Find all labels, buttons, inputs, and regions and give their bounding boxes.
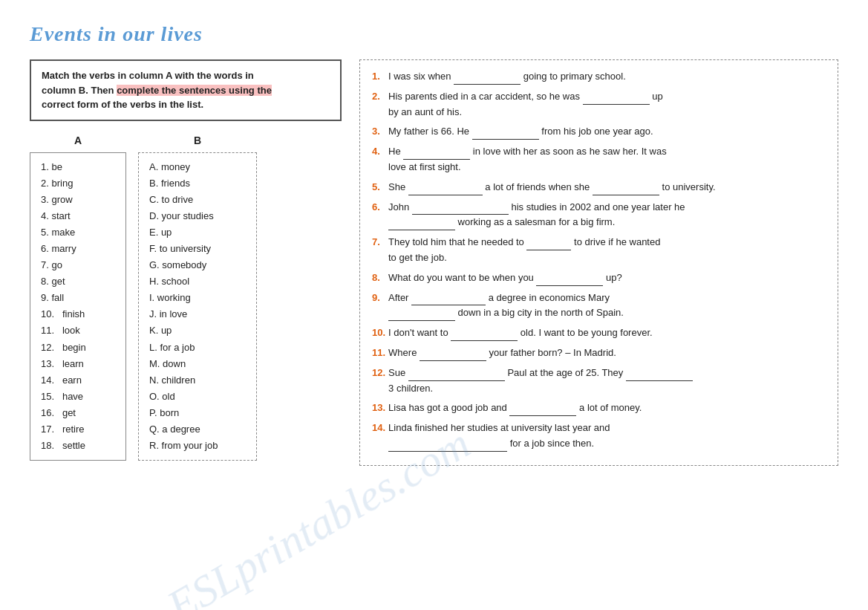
blank	[509, 406, 576, 416]
col-b-box: A. money B. friends C. to drive D. your …	[138, 152, 257, 461]
list-item: K. up	[149, 322, 246, 339]
sentence-num: 10.	[372, 325, 385, 341]
list-item: R. from your job	[149, 438, 246, 454]
column-b: B A. money B. friends C. to drive D. you…	[138, 134, 257, 461]
blank	[454, 74, 521, 85]
sentence-text: I was six when going to primary school.	[388, 69, 826, 85]
list-item: 1. be	[41, 159, 115, 175]
blank	[526, 240, 571, 250]
blank	[536, 276, 603, 286]
sentence-text: John his studies in 2002 and one year la…	[388, 200, 826, 231]
list-item: 16. get	[41, 405, 115, 421]
sentence-text: After a degree in economics Mary down in…	[388, 291, 826, 322]
list-item: 3. grow	[41, 192, 115, 208]
blank	[583, 94, 650, 105]
highlight-text: complete the sentences using the	[117, 85, 272, 96]
blank	[403, 149, 470, 160]
list-item: E. up	[149, 224, 246, 241]
sentence-num: 2.	[372, 89, 385, 105]
list-item: I. working	[149, 290, 246, 306]
blank	[472, 129, 539, 140]
blank	[411, 295, 486, 305]
sentence-11: 11. Where your father born? – In Madrid.	[372, 345, 826, 361]
blank	[626, 371, 693, 381]
main-layout: Match the verbs in column A with the wor…	[30, 59, 838, 466]
sentence-text: Lisa has got a good job and a lot of mon…	[388, 400, 826, 416]
sentence-text: My father is 66. He from his job one yea…	[388, 124, 826, 140]
sentence-text: He in love with her as soon as he saw he…	[388, 144, 826, 175]
list-item: L. for a job	[149, 340, 246, 356]
sentence-num: 12.	[372, 366, 385, 381]
sentence-num: 4.	[372, 144, 385, 160]
col-a-label: A	[30, 134, 126, 146]
list-item: C. to drive	[149, 192, 246, 208]
list-item: D. your studies	[149, 208, 246, 224]
sentence-text: What do you want to be when you up?	[388, 270, 826, 286]
right-panel: 1. I was six when going to primary schoo…	[359, 59, 838, 466]
list-item: 18. settle	[41, 438, 115, 454]
sentence-num: 9.	[372, 291, 385, 306]
sentence-14: 14. Linda finished her studies at univer…	[372, 421, 826, 452]
blank	[408, 371, 505, 381]
list-item: F. to university	[149, 241, 246, 257]
blank	[408, 185, 483, 195]
instruction-box: Match the verbs in column A with the wor…	[30, 59, 342, 121]
column-a: A 1. be 2. bring 3. grow 4. start 5. mak…	[30, 134, 126, 461]
sentence-num: 6.	[372, 200, 385, 215]
list-item: M. down	[149, 356, 246, 372]
list-item: J. in love	[149, 306, 246, 322]
sentence-8: 8. What do you want to be when you up?	[372, 270, 826, 286]
sentence-2: 2. His parents died in a car accident, s…	[372, 89, 826, 120]
sentence-num: 8.	[372, 270, 385, 286]
sentence-num: 11.	[372, 345, 385, 361]
blank	[412, 204, 509, 215]
blank	[388, 220, 455, 230]
list-item: 9. fall	[41, 290, 115, 306]
list-item: P. born	[149, 405, 246, 421]
sentence-1: 1. I was six when going to primary schoo…	[372, 69, 826, 85]
list-item: 11. look	[41, 322, 115, 339]
blank	[593, 185, 659, 195]
sentence-num: 5.	[372, 180, 385, 195]
sentence-text: I don't want to old. I want to be young …	[388, 325, 826, 341]
list-item: H. school	[149, 273, 246, 290]
list-item: 6. marry	[41, 241, 115, 257]
list-item: 14. earn	[41, 372, 115, 389]
list-item: 10. finish	[41, 306, 115, 322]
sentence-num: 1.	[372, 69, 385, 85]
columns-area: A 1. be 2. bring 3. grow 4. start 5. mak…	[30, 134, 342, 461]
blank	[388, 311, 455, 321]
page-title: Events in our lives	[30, 22, 838, 46]
list-item: Q. a degree	[149, 421, 246, 438]
sentence-4: 4. He in love with her as soon as he saw…	[372, 144, 826, 175]
sentence-3: 3. My father is 66. He from his job one …	[372, 124, 826, 140]
list-item: 12. begin	[41, 340, 115, 356]
list-item: 8. get	[41, 273, 115, 290]
sentence-num: 13.	[372, 400, 385, 416]
list-item: 7. go	[41, 257, 115, 273]
left-panel: Match the verbs in column A with the wor…	[30, 59, 342, 461]
sentence-num: 7.	[372, 235, 385, 250]
sentence-text: They told him that he needed to to drive…	[388, 235, 826, 266]
sentence-text: Sue Paul at the age of 25. They 3 childr…	[388, 366, 826, 397]
sentence-10: 10. I don't want to old. I want to be yo…	[372, 325, 826, 341]
blank	[451, 331, 518, 341]
blank	[388, 441, 507, 452]
sentence-text: She a lot of friends when she to univers…	[388, 180, 826, 195]
list-item: G. somebody	[149, 257, 246, 273]
list-item: B. friends	[149, 175, 246, 192]
list-item: 17. retire	[41, 421, 115, 438]
sentence-9: 9. After a degree in economics Mary down…	[372, 291, 826, 322]
sentence-text: His parents died in a car accident, so h…	[388, 89, 826, 120]
list-item: O. old	[149, 389, 246, 405]
sentence-text: Where your father born? – In Madrid.	[388, 345, 826, 361]
list-item: 2. bring	[41, 175, 115, 192]
sentence-6: 6. John his studies in 2002 and one year…	[372, 200, 826, 231]
sentence-num: 14.	[372, 421, 385, 436]
sentence-12: 12. Sue Paul at the age of 25. They 3 ch…	[372, 366, 826, 397]
col-b-label: B	[138, 134, 257, 146]
col-a-box: 1. be 2. bring 3. grow 4. start 5. make …	[30, 152, 126, 461]
sentence-num: 3.	[372, 124, 385, 140]
blank	[420, 351, 486, 361]
list-item: 4. start	[41, 208, 115, 224]
